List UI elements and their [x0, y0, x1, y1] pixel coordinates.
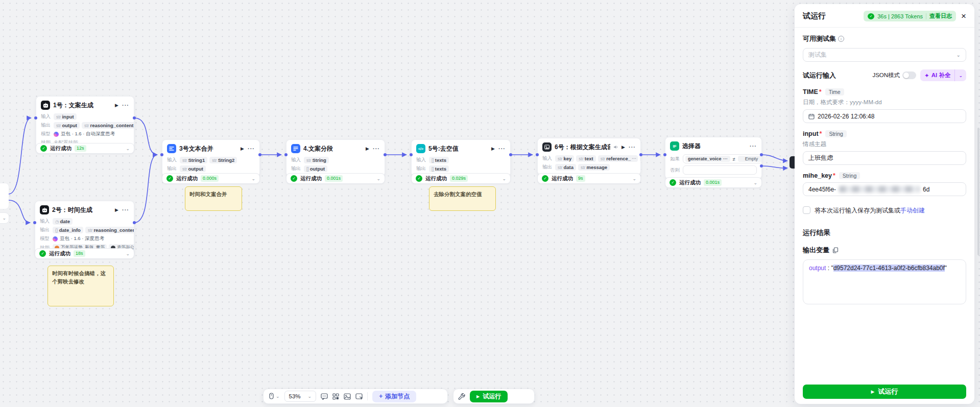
offscreen-end-node[interactable] [790, 156, 795, 169]
node2-status[interactable]: ✓ 运行成功 18s ⌄ [35, 248, 134, 259]
play-icon[interactable]: ▶ [366, 146, 369, 151]
chevron-down-icon[interactable]: ⌄ [251, 176, 255, 181]
export-image-button[interactable] [344, 393, 351, 400]
time-input[interactable]: 2026-02-26 12:06:48 [803, 109, 966, 123]
success-check-icon: ✓ [670, 179, 676, 186]
redacted-key-blur [839, 186, 920, 193]
more-icon[interactable]: ··· [498, 146, 506, 152]
chevron-down-icon[interactable]: ⌄ [753, 180, 757, 185]
duration-badge: 18s [74, 250, 85, 257]
chevron-down-icon[interactable]: ⌄ [126, 146, 130, 151]
more-icon[interactable]: ··· [122, 102, 129, 108]
var-pill: strtext [576, 155, 595, 162]
node-remove-empty[interactable]: </> 5号:去空值 ▶··· 输入 []texts 输出 []texts [411, 139, 511, 177]
run-summary-badge[interactable]: ✓ 36s | 2863 Tokens 查看日志 [864, 11, 956, 21]
success-check-icon: ✓ [416, 175, 422, 182]
toolbar-divider [367, 392, 368, 400]
play-icon[interactable]: ▶ [241, 146, 244, 151]
play-icon[interactable]: ▶ [115, 103, 118, 108]
success-check-icon: ✓ [291, 175, 297, 182]
more-icon[interactable]: ··· [248, 146, 255, 152]
node-selector[interactable]: IF 选择器 ··· 如果 generate_voice⋯ ≠ Empty 否则 [665, 137, 762, 179]
mouse-mode-button[interactable]: ⌄ [268, 393, 280, 400]
more-icon[interactable]: ··· [750, 143, 757, 149]
workflow-canvas[interactable]: ⌄ 1号：文案生成 ▶··· 输入 strinput 输出 stroutput … [0, 0, 980, 407]
chevron-down-icon[interactable]: ⌄ [632, 176, 636, 181]
chevron-down-icon[interactable]: ⌄ [502, 176, 506, 181]
time-value: 2026-02-26 12:06:48 [818, 113, 874, 120]
node-title: 4.文案分段 [303, 145, 333, 153]
testset-select[interactable]: 测试集 ⌄ [803, 48, 966, 62]
ai-complete-dropdown[interactable]: ⌄ [954, 69, 966, 81]
text-split-icon [291, 144, 300, 153]
node-audio-generate[interactable]: 6号：根据文案生成音频内容 ▶··· 输入 strkey strtext str… [537, 138, 641, 175]
overflow-indicator[interactable]: ⋯ [630, 156, 638, 161]
chevron-down-icon[interactable]: ⌄ [376, 176, 380, 181]
play-icon[interactable]: ▶ [115, 207, 118, 212]
zoom-select[interactable]: 53% ⌄ [284, 391, 317, 402]
doubao-model-icon [53, 236, 58, 242]
audio-plugin-icon [542, 142, 552, 152]
play-icon[interactable]: ▶ [491, 146, 495, 151]
testset-label: 可用测试集 [803, 34, 836, 43]
chevron-down-icon: ⌄ [957, 52, 961, 58]
row-label: 输入 [167, 157, 178, 163]
badge-divider [926, 13, 926, 19]
sticky-note[interactable]: 时间和文案合并 [185, 186, 242, 211]
field-name: input [803, 130, 819, 137]
var-pill: []texts [429, 165, 449, 172]
add-node-button[interactable]: + 添加节点 [372, 391, 416, 402]
sticky-note[interactable]: 去除分割文案的空值 [429, 186, 496, 211]
json-mode-label: JSON模式 [872, 71, 900, 79]
node-copy-generate[interactable]: 1号：文案生成 ▶··· 输入 strinput 输出 stroutput st… [36, 96, 134, 151]
viewport-scrollbar[interactable] [977, 128, 979, 255]
mihe-key-field[interactable]: 4ee45f6e-6d [803, 182, 966, 196]
panel-title: 试运行 [803, 11, 826, 21]
more-icon[interactable]: ··· [629, 144, 636, 150]
more-icon: ⋯ [723, 156, 728, 161]
close-icon[interactable]: × [961, 12, 966, 20]
frame-select-button[interactable] [355, 393, 363, 400]
condition-box[interactable]: generate_voice⋯ ≠ Empty [683, 154, 761, 163]
node1-status[interactable]: ✓ 运行成功 12s ⌄ [36, 143, 134, 154]
var-pill: {}date_info [53, 227, 83, 233]
wrench-icon[interactable] [458, 393, 465, 400]
output-result-box[interactable]: output : "d9572d24-77c1-4613-a0f2-b6cfb8… [803, 259, 966, 304]
test-run-button[interactable]: ▶ 试运行 [470, 391, 508, 402]
node3-status[interactable]: ✓ 运行成功 0.000s ⌄ [162, 173, 260, 184]
manual-create-link[interactable]: 手动创建 [900, 207, 925, 214]
else-branch-box[interactable] [683, 165, 757, 175]
node-time-generate[interactable]: 2号：时间生成 ▶··· 输入 ◷date 输出 {}date_info str… [35, 201, 134, 256]
panel-test-run-button[interactable]: ▶ 试运行 [803, 385, 966, 399]
auto-layout-button[interactable] [332, 393, 339, 400]
json-mode-toggle[interactable] [902, 71, 916, 79]
node-title: 5号:去空值 [428, 145, 459, 153]
sticky-note[interactable]: 时间有时候会搞错，这个剪映去修改 [47, 266, 114, 306]
node5-status[interactable]: ✓ 运行成功 0.029s ⌄ [411, 173, 511, 184]
selector-status[interactable]: ✓ 运行成功 0.001s ⌄ [665, 177, 762, 188]
copy-icon[interactable] [832, 247, 839, 253]
offscreen-start-node[interactable] [0, 183, 9, 209]
node-text-merge[interactable]: 3号文本合并 ▶··· 输入 strString1 strString2 输出 … [162, 139, 260, 177]
var-pill: strreasoning_content [82, 122, 134, 129]
ai-complete-button[interactable]: ✦AI 补全 [920, 69, 954, 81]
node-text-split[interactable]: 4.文案分段 ▶··· 输入 strString 输出 []output [286, 139, 385, 177]
more-icon[interactable]: ··· [373, 146, 380, 152]
play-icon[interactable]: ▶ [622, 145, 625, 150]
node4-status[interactable]: ✓ 运行成功 0.001s ⌄ [286, 173, 385, 184]
save-testset-checkbox[interactable] [803, 206, 810, 214]
more-icon[interactable]: ··· [122, 207, 129, 213]
model-name: 豆包 · 1.6 · 深度思考 [60, 235, 104, 242]
calendar-icon [808, 113, 815, 119]
info-icon[interactable]: i [838, 36, 844, 42]
chevron-down-icon[interactable]: ⌄ [126, 251, 130, 256]
key-suffix: 6d [923, 186, 929, 193]
view-log-link[interactable]: 查看日志 [929, 12, 952, 20]
offscreen-start-node-status[interactable]: ⌄ [0, 212, 9, 224]
node6-status[interactable]: ✓ 运行成功 9s ⌄ [537, 173, 641, 184]
input-field[interactable]: 上班焦虑 [803, 151, 966, 165]
duration-badge: 12s [75, 145, 86, 152]
comment-button[interactable] [321, 393, 328, 400]
field-type-tag: String [825, 130, 846, 137]
not-equal-operator: ≠ [733, 156, 735, 162]
